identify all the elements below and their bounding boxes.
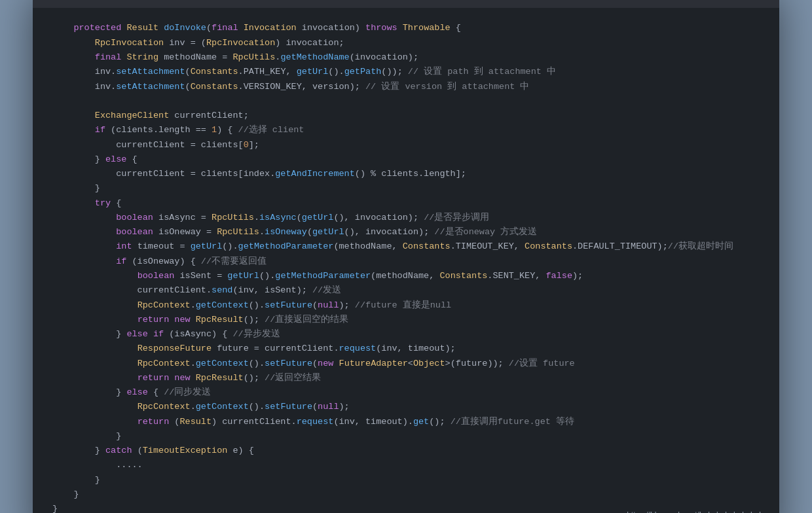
code-line: } [52, 473, 760, 487]
code-line: protected Result doInvoke(final Invocati… [52, 21, 760, 35]
code-line: boolean isSent = getUrl().getMethodParam… [52, 269, 760, 283]
code-line: } else { [52, 152, 760, 167]
titlebar [33, 0, 779, 8]
code-line: boolean isOneway = RpcUtils.isOneway(get… [52, 225, 760, 239]
code-line [52, 94, 760, 109]
code-line: int timeout = getUrl().getMethodParamete… [52, 239, 760, 254]
code-line: if (isOneway) { //不需要返回值 [52, 255, 760, 269]
watermark: https://blog.csdn.net/hukehukehukehuke [627, 509, 767, 513]
code-line: final String methodName = RpcUtils.getMe… [52, 50, 760, 65]
code-line: RpcContext.getContext().setFuture(null);… [52, 298, 760, 313]
code-line: ..... [52, 458, 760, 472]
code-line: currentClient = clients[index.getAndIncr… [52, 167, 760, 181]
code-line: RpcContext.getContext().setFuture(null); [52, 400, 760, 414]
code-line: } catch (TimeoutException e) { [52, 444, 760, 458]
code-line: ExchangeClient currentClient; [52, 109, 760, 123]
code-line: return new RpcResult(); //直接返回空的结果 [52, 313, 760, 327]
code-line: } else if (isAsync) { //异步发送 [52, 327, 760, 342]
code-line: currentClient.send(inv, isSent); //发送 [52, 283, 760, 298]
code-line: inv.setAttachment(Constants.VERSION_KEY,… [52, 80, 760, 94]
code-line: } [52, 181, 760, 196]
code-line: } [52, 429, 760, 444]
code-line: ResponseFuture future = currentClient.re… [52, 342, 760, 356]
code-line: RpcContext.getContext().setFuture(new Fu… [52, 357, 760, 371]
code-line: if (clients.length == 1) { //选择 client [52, 123, 760, 137]
code-line: } [52, 487, 760, 502]
code-window: protected Result doInvoke(final Invocati… [33, 0, 779, 513]
code-line: RpcInvocation inv = (RpcInvocation) invo… [52, 36, 760, 50]
code-area: protected Result doInvoke(final Invocati… [33, 8, 779, 513]
code-line: return new RpcResult(); //返回空结果 [52, 371, 760, 385]
code-line: try { [52, 196, 760, 211]
code-line: inv.setAttachment(Constants.PATH_KEY, ge… [52, 65, 760, 79]
code-line: return (Result) currentClient.request(in… [52, 415, 760, 429]
code-line: } else { //同步发送 [52, 385, 760, 400]
code-line: boolean isAsync = RpcUtils.isAsync(getUr… [52, 211, 760, 225]
code-line: currentClient = clients[0]; [52, 138, 760, 152]
